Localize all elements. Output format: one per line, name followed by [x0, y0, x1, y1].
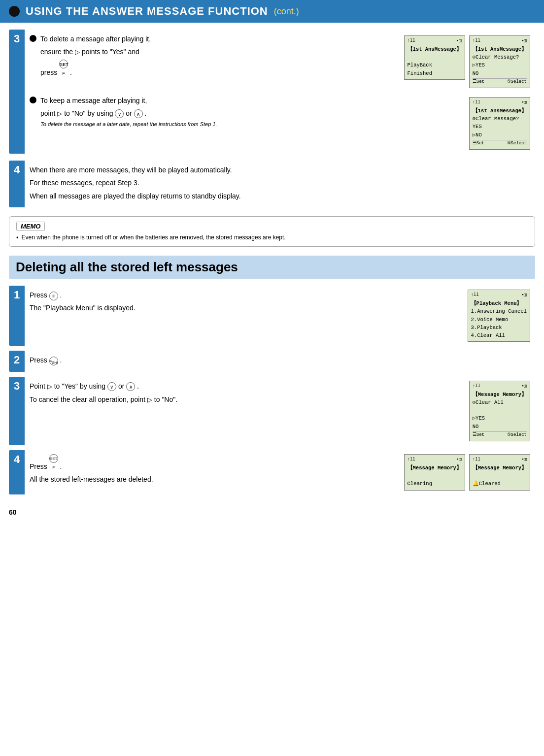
- memo-text: Even when the phone is turned off or whe…: [22, 234, 286, 241]
- memo-item: • Even when the phone is turned off or w…: [16, 234, 528, 241]
- step-4b-content: Press SETF . All the stored left-message…: [25, 450, 535, 494]
- main-content: 3 To delete a message after playing it, …: [0, 30, 544, 503]
- arrow-icon-3b: ▷: [47, 382, 52, 392]
- step-3-content: To delete a message after playing it, en…: [25, 30, 535, 154]
- down-key-3b: ∨: [107, 382, 116, 391]
- step4b-lcds: ↑ll ▪◫ 【Message Memory】 Clearing ↑ll ▪◫ …: [404, 454, 530, 491]
- step-number-1b: 1: [9, 286, 25, 346]
- lcd-signal2: ↑ll: [473, 38, 480, 45]
- bullet-icon-2: [30, 97, 36, 103]
- step3b-line1: Point ▷ to "Yes" by using ∨ or ∧ .: [30, 381, 462, 392]
- step3-note: To delete the message at a later date, r…: [40, 121, 217, 127]
- page-number: 60: [0, 503, 544, 521]
- step4b-text: Press SETF . All the stored left-message…: [30, 454, 397, 487]
- step4b-line1: Press SETF .: [30, 454, 397, 472]
- step-number-4: 4: [9, 161, 25, 207]
- step-2-bottom: 2 Press 4GHI .: [9, 351, 535, 371]
- step-3-top: 3 To delete a message after playing it, …: [9, 30, 535, 154]
- step-1b-content: Press ☉ . The "Playback Menu" is display…: [25, 286, 535, 346]
- step3-bullet1: To delete a message after playing it, en…: [30, 33, 530, 88]
- step4b-line2: All the stored left-messages are deleted…: [30, 474, 397, 485]
- header-title: USING THE ANSWER MESSAGE FUNCTION: [26, 5, 268, 18]
- step4-line3: When all messages are played the display…: [30, 191, 530, 201]
- up-key-3b: ∧: [126, 382, 135, 391]
- step1b-row: Press ☉ . The "Playback Menu" is display…: [30, 290, 530, 342]
- lcd-battery: ▪◫: [456, 38, 462, 45]
- step-number-2b: 2: [9, 351, 25, 371]
- step1b-line1: Press ☉ .: [30, 290, 461, 300]
- step3-b2-line2: point ▷ to "No" by using ∨ or ∧ .: [40, 108, 217, 119]
- step3-bullet2: To keep a message after playing it, poin…: [30, 95, 530, 150]
- step-number-4b: 4: [9, 450, 25, 494]
- lcd-clear-message-yes: ↑ll ▪◫ 【1st AnsMessage】 ⊙Clear Message? …: [469, 35, 530, 88]
- step-number-3: 3: [9, 30, 25, 154]
- step-4-content: When there are more messages, they will …: [25, 161, 535, 207]
- step1b-line2: The "Playback Menu" is displayed.: [30, 302, 461, 313]
- step-3-bottom: 3 Point ▷ to "Yes" by using ∨ or ∧ . To …: [9, 377, 535, 445]
- step3-bullet1-body: To delete a message after playing it, en…: [40, 33, 151, 80]
- menu-key-icon: ☉: [49, 292, 58, 300]
- bullet-icon: [30, 35, 36, 42]
- step-number-3b: 3: [9, 377, 25, 445]
- step4-line2: For these messages, repeat Step 3.: [30, 177, 530, 188]
- 4ghi-key-icon: 4GHI: [49, 357, 58, 365]
- step3-bullet2-text: To keep a message after playing it, poin…: [30, 95, 462, 127]
- step-1-bottom: 1 Press ☉ . The "Playback Menu" is displ…: [9, 286, 535, 346]
- set-key-icon: SETF: [59, 60, 68, 68]
- step1b-text: Press ☉ . The "Playback Menu" is display…: [30, 290, 461, 316]
- step3-bullet1-text: To delete a message after playing it, en…: [30, 33, 397, 80]
- step-2b-content: Press 4GHI .: [25, 351, 535, 371]
- step3-b2-line1: To keep a message after playing it,: [40, 95, 217, 106]
- step1b-lcd: ↑ll ▪◫ 【Playback Menu】 1.Answering Cance…: [468, 290, 530, 342]
- step-3b-content: Point ▷ to "Yes" by using ∨ or ∧ . To ca…: [25, 377, 535, 445]
- lcd1-line1: [408, 53, 462, 61]
- lcd-playback-finished: ↑ll ▪◫ 【1st AnsMessage】 PlayBack Finishe…: [404, 35, 465, 80]
- memo-label: MEMO: [16, 222, 45, 231]
- memo-box: MEMO • Even when the phone is turned off…: [9, 216, 535, 247]
- arrow-icon: ▷: [75, 47, 80, 58]
- step-4-top: 4 When there are more messages, they wil…: [9, 161, 535, 207]
- set-key-icon-4b: SETF: [49, 454, 58, 463]
- step3b-line2: To cancel the clear all operation, point…: [30, 394, 462, 405]
- memo-bullet-icon: •: [16, 234, 19, 241]
- step-4-bottom: 4 Press SETF . All the stored left-messa…: [9, 450, 535, 494]
- up-key-icon: ∧: [134, 109, 143, 118]
- step4b-row: Press SETF . All the stored left-message…: [30, 454, 530, 491]
- step3b-row: Point ▷ to "Yes" by using ∨ or ∧ . To ca…: [30, 381, 530, 441]
- down-key-icon: ∨: [115, 109, 124, 118]
- lcd-clear-message-no: ↑ll ▪◫ 【1st AnsMessage】 ⊙Clear Message? …: [469, 97, 530, 150]
- arrow-icon-2: ▷: [57, 109, 62, 119]
- lcd-cleared: ↑ll ▪◫ 【Message Memory】 🔔Cleared: [469, 454, 530, 491]
- header-cont: (cont.): [274, 6, 299, 17]
- step3-bullet2-body: To keep a message after playing it, poin…: [40, 95, 217, 127]
- step3-line2: ensure the ▷ points to "Yes" and: [40, 46, 151, 58]
- lcd-playback-menu: ↑ll ▪◫ 【Playback Menu】 1.Answering Cance…: [468, 290, 530, 342]
- step4-line1: When there are more messages, they will …: [30, 164, 530, 175]
- arrow-icon-3b-2: ▷: [147, 395, 152, 405]
- lcd-battery2: ▪◫: [521, 38, 527, 45]
- step3b-lcd: ↑ll ▪◫ 【Message Memory】 ⊙Clear All ▷YES …: [469, 381, 530, 441]
- section-heading: Deleting all the stored left messages: [9, 256, 535, 279]
- header-circle-icon: [9, 6, 20, 17]
- page-header: USING THE ANSWER MESSAGE FUNCTION (cont.…: [0, 0, 544, 23]
- lcd-clearing: ↑ll ▪◫ 【Message Memory】 Clearing: [404, 454, 465, 491]
- step3b-text: Point ▷ to "Yes" by using ∨ or ∧ . To ca…: [30, 381, 462, 407]
- step2b-line1: Press 4GHI .: [30, 355, 530, 365]
- step3-line1: To delete a message after playing it,: [40, 33, 151, 44]
- lcd-signal: ↑ll: [408, 38, 415, 45]
- step3-line3: press SETF .: [40, 60, 151, 78]
- lcd-clear-all: ↑ll ▪◫ 【Message Memory】 ⊙Clear All ▷YES …: [469, 381, 530, 441]
